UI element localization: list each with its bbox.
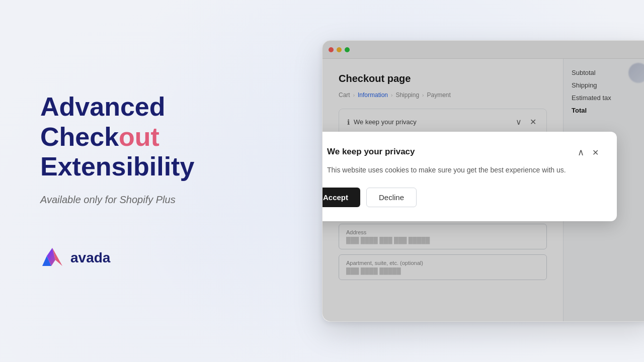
popup-overlay: We keep your privacy ∧ ✕ This website us… bbox=[323, 41, 644, 321]
privacy-popup: We keep your privacy ∧ ✕ This website us… bbox=[322, 132, 617, 221]
headline-line2: Extensibility bbox=[40, 152, 272, 182]
popup-header-right: ∧ ✕ bbox=[576, 146, 601, 159]
popup-header-left: We keep your privacy bbox=[322, 146, 415, 157]
headline: Advanced Checkout Extensibility bbox=[40, 92, 272, 182]
avada-logo-icon bbox=[40, 246, 64, 270]
headline-line1: Advanced Checkout bbox=[40, 92, 272, 152]
popup-actions: Accept Decline bbox=[322, 188, 601, 207]
popup-title: We keep your privacy bbox=[327, 147, 415, 157]
popup-close-btn[interactable]: ✕ bbox=[590, 147, 601, 158]
logo-text: avada bbox=[70, 250, 110, 266]
headline-highlight: out bbox=[119, 122, 159, 151]
left-panel: Advanced Checkout Extensibility Availabl… bbox=[0, 0, 312, 362]
popup-collapse-btn[interactable]: ∧ bbox=[576, 146, 586, 159]
subtitle: Available only for Shopify Plus bbox=[40, 194, 272, 206]
logo-area: avada bbox=[40, 246, 272, 270]
popup-body: This website uses cookies to make sure y… bbox=[322, 165, 601, 175]
decline-button[interactable]: Decline bbox=[366, 188, 417, 207]
popup-header: We keep your privacy ∧ ✕ bbox=[322, 146, 601, 159]
accept-button[interactable]: Accept bbox=[322, 188, 360, 207]
browser-mockup: Checkout page Cart › Information › Shipp… bbox=[322, 40, 644, 322]
